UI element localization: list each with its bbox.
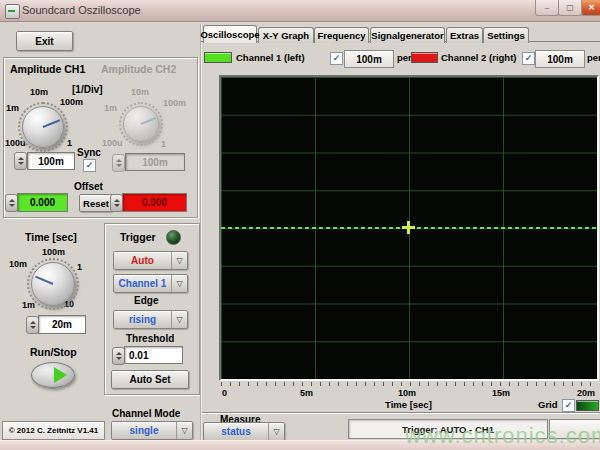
trigger-led: [166, 230, 181, 245]
window-title: Soundcard Oszilloscope: [22, 4, 141, 16]
bottom-separator: [202, 412, 600, 414]
time-field[interactable]: 20m: [38, 315, 86, 334]
plot-grid: [221, 77, 597, 379]
channel2-color-swatch: [411, 52, 438, 63]
minimize-icon: –: [545, 3, 549, 12]
channel1-per-div-field[interactable]: 100m: [344, 50, 394, 68]
soundcard-oscilloscope-window: Soundcard Oszilloscope – ▢ ✕ Exit Amplit…: [0, 0, 600, 450]
per-div-unit-label: [1/Div]: [72, 84, 103, 95]
ch1-knob-label-10m: 10m: [30, 87, 48, 97]
grid-label: Grid: [538, 399, 558, 410]
run-stop-label: Run/Stop: [30, 346, 77, 358]
check-icon: ✓: [565, 401, 573, 410]
time-knob-label-1: 1: [77, 262, 82, 272]
offset-label: Offset: [74, 181, 103, 192]
ch2-amplitude-field: 100m: [125, 153, 185, 171]
measure-dropdown[interactable]: status ▽: [203, 422, 285, 441]
tab-settings[interactable]: Settings: [483, 27, 529, 43]
x-tick-10m: 10m: [398, 388, 416, 398]
check-icon: ✓: [333, 54, 341, 63]
trigger-source-dropdown[interactable]: Channel 1 ▽: [113, 274, 188, 293]
channel-mode-dropdown[interactable]: single ▽: [111, 421, 193, 440]
grid-checkbox[interactable]: ✓: [562, 399, 575, 412]
edge-label: Edge: [134, 295, 158, 306]
time-knob-label-10m: 10m: [9, 259, 27, 269]
exit-button[interactable]: Exit: [16, 31, 73, 51]
check-icon: ✓: [525, 54, 533, 63]
time-title: Time [sec]: [25, 231, 77, 243]
channel1-color-swatch: [204, 52, 232, 63]
title-bar: Soundcard Oszilloscope – ▢ ✕: [0, 0, 600, 22]
panel-divider: [200, 24, 202, 440]
maximize-button[interactable]: ▢: [558, 0, 582, 16]
tab-signalgenerator[interactable]: Signalgenerator: [370, 27, 445, 43]
ch1-knob-label-100m: 100m: [60, 97, 83, 107]
app-icon: [5, 4, 20, 19]
offset-reset-button[interactable]: Reset: [79, 194, 113, 212]
channel2-per-div-label: per Div: [587, 52, 600, 63]
sync-checkbox[interactable]: ✓: [83, 159, 96, 172]
x-axis-label: Time [sec]: [385, 399, 432, 410]
channel2-per-div-field[interactable]: 100m: [535, 50, 585, 68]
channel2-checkbox[interactable]: ✓: [522, 52, 535, 65]
channel1-label: Channel 1 (left): [236, 52, 305, 63]
ch1-amplitude-spinner[interactable]: [14, 152, 27, 170]
dropdown-arrow-icon: ▽: [268, 423, 284, 440]
tab-extras[interactable]: Extras: [446, 27, 483, 43]
watermark: www.cntronics.com: [405, 423, 600, 449]
dropdown-arrow-icon: ▽: [171, 252, 187, 269]
ch2-amplitude-spinner: [112, 154, 125, 172]
threshold-field[interactable]: 0.01: [124, 346, 183, 364]
ch2-knob-label-100u: 100u: [102, 138, 123, 148]
amplitude-ch1-knob[interactable]: [22, 106, 64, 148]
ch2-knob-label-1m: 1m: [104, 103, 117, 113]
ch1-amplitude-field[interactable]: 100m: [27, 152, 75, 170]
time-knob[interactable]: [31, 262, 75, 306]
amplitude-ch2-title: Amplitude CH2: [101, 63, 176, 75]
dropdown-arrow-icon: ▽: [171, 311, 187, 328]
tab-xy-graph[interactable]: X-Y Graph: [258, 27, 314, 43]
trigger-title: Trigger: [120, 231, 156, 243]
trigger-mode-dropdown[interactable]: Auto ▽: [113, 251, 188, 270]
ch1-knob-label-1: 1: [67, 138, 72, 148]
close-icon: ✕: [588, 3, 595, 12]
trigger-edge-dropdown[interactable]: rising ▽: [113, 310, 188, 329]
grid-color-swatch: [576, 400, 599, 411]
threshold-label: Threshold: [126, 333, 174, 344]
channel-mode-label: Channel Mode: [112, 408, 180, 419]
x-tick-0: 0: [222, 388, 227, 398]
copyright-bar: © 2012 C. Zeitnitz V1.41: [2, 421, 105, 440]
cursor-crosshair[interactable]: [402, 221, 415, 234]
dropdown-arrow-icon: ▽: [171, 275, 187, 292]
ch1-knob-label-1m: 1m: [6, 103, 19, 113]
amplitude-ch2-knob: [123, 106, 159, 142]
offset-ch2-field[interactable]: 0.000: [122, 193, 187, 212]
channel1-checkbox[interactable]: ✓: [330, 52, 343, 65]
amplitude-ch1-title: Amplitude CH1: [10, 63, 85, 75]
sync-label: Sync: [77, 147, 101, 158]
run-stop-button[interactable]: [31, 362, 75, 388]
tab-oscilloscope[interactable]: Oscilloscope: [203, 25, 257, 43]
ch2-knob-label-1: 1: [161, 139, 166, 149]
close-button[interactable]: ✕: [581, 0, 600, 16]
minimize-button[interactable]: –: [535, 0, 559, 16]
x-tick-20m: 20m: [577, 388, 595, 398]
x-axis-minor-ticks: [221, 382, 597, 386]
time-knob-label-100m: 100m: [42, 247, 65, 257]
x-tick-5m: 5m: [300, 388, 313, 398]
dropdown-arrow-icon: ▽: [176, 422, 192, 439]
x-tick-15m: 15m: [492, 388, 510, 398]
channel2-label: Channel 2 (right): [441, 52, 516, 63]
ch2-knob-label-10m: 10m: [131, 87, 149, 97]
check-icon: ✓: [86, 161, 94, 170]
offset-ch1-field[interactable]: 0.000: [17, 193, 68, 212]
ch2-knob-label-100m: 100m: [163, 98, 186, 108]
auto-set-button[interactable]: Auto Set: [111, 370, 189, 389]
maximize-icon: ▢: [566, 3, 574, 12]
play-icon: [54, 367, 67, 383]
tab-frequency[interactable]: Frequency: [314, 27, 369, 43]
oscilloscope-display[interactable]: [219, 75, 599, 381]
